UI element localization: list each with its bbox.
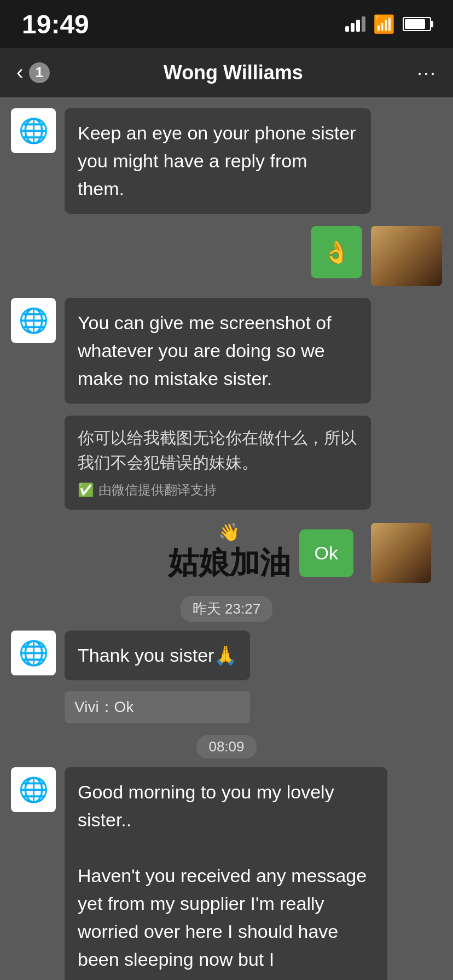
ok-text: Ok: [315, 542, 338, 563]
message-text-2: Haven't you received any message yet fro…: [78, 865, 367, 970]
reply-preview: Vivi：Ok: [65, 691, 250, 723]
message-row: 🌐 Good morning to you my lovely sister..…: [11, 767, 442, 980]
message-text: Thank you sister🙏: [78, 645, 237, 666]
check-icon: ✅: [78, 480, 94, 500]
message-text: Keep an eye on your phone sister you mig…: [78, 122, 356, 199]
wifi-icon: 📶: [373, 14, 395, 34]
message-row: 👌: [11, 226, 442, 286]
nav-badge[interactable]: 1: [29, 62, 50, 83]
translation-bubble: 你可以给我截图无论你在做什么，所以我们不会犯错误的妹妹。 ✅ 由微信提供翻译支持: [65, 416, 371, 510]
translated-text: 你可以给我截图无论你在做什么，所以我们不会犯错误的妹妹。: [78, 429, 357, 471]
avatar-sent-2: [371, 523, 431, 583]
message-bubble: Thank you sister🙏: [65, 631, 250, 680]
signal-icon: [345, 16, 365, 32]
more-options-button[interactable]: ···: [417, 61, 437, 84]
status-time: 19:49: [22, 9, 89, 39]
chevron-left-icon: ‹: [16, 61, 24, 84]
message-row: 🌐 You can give me screenshot of whatever…: [11, 298, 442, 404]
message-bubble: Good morning to you my lovely sister.. H…: [65, 767, 387, 980]
message-bubble-sent: 👌: [311, 226, 362, 278]
chat-area: 🌐 Keep an eye on your phone sister you m…: [0, 97, 453, 980]
battery-icon: [403, 17, 431, 31]
reply-text: Vivi：Ok: [74, 698, 133, 715]
message-text: You can give me screenshot of whatever y…: [78, 312, 332, 389]
timestamp-text: 昨天 23:27: [181, 596, 272, 622]
avatar: 🌐: [11, 298, 56, 343]
chat-title: Wong Williams: [164, 61, 303, 84]
status-bar: 19:49 📶: [0, 0, 453, 48]
nav-bar: ‹ 1 Wong Williams ···: [0, 48, 453, 97]
message-bubble: You can give me screenshot of whatever y…: [65, 298, 371, 404]
handwriting-text: 姑娘加油: [168, 542, 291, 584]
translate-source: 由微信提供翻译支持: [98, 480, 217, 500]
message-text: Good morning to you my lovely sister..: [78, 781, 334, 830]
back-button[interactable]: ‹ 1: [16, 61, 50, 84]
message-row: 🌐 Thank you sister🙏 Vivi：Ok: [11, 631, 442, 723]
timestamp: 昨天 23:27: [11, 596, 442, 622]
message-bubble: Keep an eye on your phone sister you mig…: [65, 108, 371, 214]
status-icons: 📶: [345, 14, 431, 34]
ok-button-bubble: Ok: [299, 529, 353, 577]
message-row: 🌐 Keep an eye on your phone sister you m…: [11, 108, 442, 214]
emoji-ok: 👌: [323, 236, 350, 269]
avatar: 🌐: [11, 108, 56, 153]
timestamp-text-2: 08:09: [196, 735, 256, 759]
avatar: 🌐: [11, 631, 56, 675]
avatar-sent: [371, 226, 442, 286]
timestamp: 08:09: [11, 735, 442, 759]
avatar: 🌐: [11, 767, 56, 812]
translate-hint: ✅ 由微信提供翻译支持: [78, 480, 358, 500]
